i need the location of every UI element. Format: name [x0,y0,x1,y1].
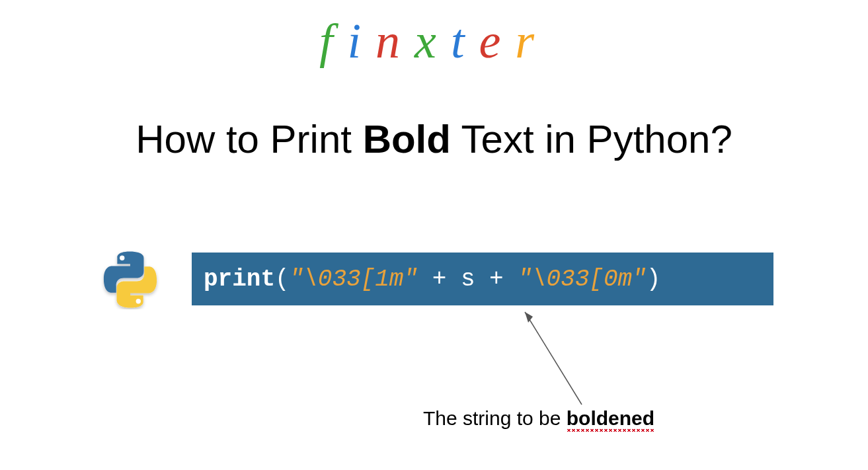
code-example: print("\033[1m" + s + "\033[0m") [192,253,773,305]
code-string-1: "\033[1m" [290,266,418,293]
logo-letter: x [414,13,451,69]
title-prefix: How to Print [136,117,362,161]
logo-letter: e [479,13,515,69]
svg-marker-3 [525,312,533,323]
logo-letter: t [451,13,479,69]
python-icon [100,250,160,309]
title-suffix: Text in Python? [451,117,732,161]
svg-point-1 [136,299,141,303]
annotation-arrow-icon [516,307,595,412]
svg-line-2 [525,312,582,405]
title-bold-word: Bold [363,117,451,161]
logo-letter: f [319,13,348,69]
annotation-bold-word: boldened [567,407,654,429]
code-keyword: print [204,266,275,293]
annotation-prefix: The string to be [423,407,567,429]
logo-letter: n [375,13,414,69]
code-close-paren: ) [647,266,661,293]
logo-letter: r [515,13,549,69]
svg-point-0 [120,256,124,260]
annotation-text: The string to be boldened [423,407,654,430]
code-string-2: "\033[0m" [518,266,646,293]
code-open-paren: ( [275,266,290,293]
page-title: How to Print Bold Text in Python? [0,116,868,162]
logo-letter: i [347,13,375,69]
code-operator: + s + [418,266,518,293]
logo: finxter [319,13,549,69]
